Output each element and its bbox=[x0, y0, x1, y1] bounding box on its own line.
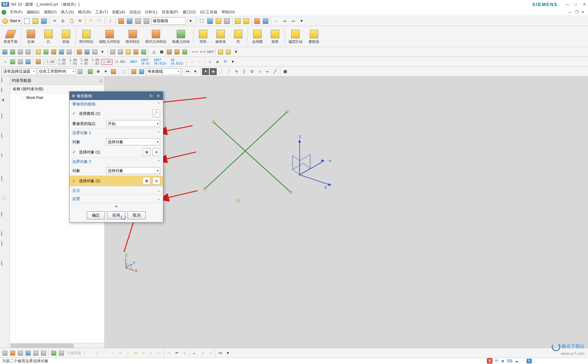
section-curves-header[interactable]: 要修剪的曲线 bbox=[70, 100, 163, 108]
bb-icon[interactable] bbox=[50, 350, 57, 357]
nav-tab-icon[interactable] bbox=[1, 241, 8, 249]
fb-icon[interactable] bbox=[130, 68, 137, 75]
nav-tab-icon[interactable] bbox=[1, 232, 8, 239]
delete-face-button[interactable]: 删除面 bbox=[305, 27, 323, 46]
tb2-icon[interactable] bbox=[66, 48, 73, 55]
render3-icon[interactable] bbox=[223, 17, 231, 25]
nav-tab-icon[interactable] bbox=[1, 212, 8, 219]
section-boundary1-header[interactable]: 边界对象 1 bbox=[70, 129, 163, 137]
menu-info[interactable]: 信息(I) bbox=[127, 9, 143, 15]
start-menu[interactable] bbox=[1, 17, 9, 25]
dim-style[interactable]: 1.00 +.05 bbox=[79, 58, 90, 66]
tb2-icon[interactable] bbox=[125, 48, 132, 55]
fb-icon[interactable]: ▦ bbox=[282, 68, 289, 75]
apply-button[interactable]: 应用 bbox=[107, 211, 125, 219]
bb-icon[interactable]: ✂ bbox=[173, 350, 180, 357]
nav-tab-icon[interactable] bbox=[1, 261, 8, 268]
tool5-icon[interactable] bbox=[143, 17, 150, 25]
dim-style[interactable]: 10H7 (0.015) bbox=[152, 58, 168, 66]
tb2-icon[interactable] bbox=[58, 48, 65, 55]
snap-line-icon[interactable]: ╱ bbox=[225, 68, 232, 75]
tb2-icon[interactable] bbox=[140, 48, 147, 55]
tb2-icon[interactable] bbox=[217, 48, 224, 55]
menu-file[interactable]: 文件(F) bbox=[8, 9, 25, 15]
menu-edit[interactable]: 编辑(E) bbox=[25, 9, 42, 15]
tb2-icon[interactable] bbox=[50, 48, 57, 55]
tool3-icon[interactable] bbox=[126, 17, 133, 25]
layer2-icon[interactable] bbox=[262, 17, 269, 25]
fb-icon[interactable] bbox=[110, 68, 117, 75]
snap-icon[interactable]: ∿ bbox=[233, 68, 240, 75]
snap-line-icon[interactable]: ╱ bbox=[217, 68, 224, 75]
history-tab-icon[interactable]: 🕓 bbox=[1, 196, 8, 203]
tb3-icon[interactable] bbox=[9, 58, 16, 65]
bb-icon[interactable] bbox=[9, 350, 16, 357]
select-object-row-1[interactable]: ✓ 选择对象 (1) ⊕ ⊕ bbox=[70, 147, 163, 157]
filter-combo-1[interactable]: 没有选择过滤器 bbox=[1, 68, 37, 75]
tb2-icon[interactable]: ▾ bbox=[233, 48, 240, 55]
fb-icon[interactable] bbox=[77, 68, 84, 75]
tb3-icon[interactable]: ↘ bbox=[1, 58, 8, 65]
fb-icon[interactable] bbox=[87, 68, 94, 75]
menu-preferences[interactable]: 首选项(P) bbox=[159, 9, 181, 15]
triangle-icon[interactable]: △ bbox=[150, 48, 157, 55]
render2-icon[interactable] bbox=[215, 17, 222, 25]
assy1-icon[interactable] bbox=[234, 17, 242, 25]
dim-style[interactable]: 1.00 -.02 bbox=[90, 58, 101, 66]
snap-icon[interactable]: ◈ bbox=[210, 68, 217, 75]
extrude-button[interactable]: 拉伸 bbox=[22, 27, 40, 46]
dialog-close-icon[interactable]: ✕ bbox=[155, 93, 161, 99]
tb2-icon[interactable] bbox=[109, 48, 116, 55]
dim-style[interactable]: 1.00 bbox=[101, 59, 112, 65]
line-tool-icon[interactable]: ╱ bbox=[93, 350, 100, 357]
rect-tool-icon[interactable]: ▭ bbox=[132, 350, 139, 357]
copy-icon[interactable]: ⎘ bbox=[59, 17, 67, 25]
snap-line-icon[interactable]: ╱ bbox=[272, 68, 279, 75]
dim-style[interactable]: 1.00 bbox=[45, 59, 56, 65]
tb2-icon[interactable]: ▾ bbox=[99, 48, 106, 55]
tb2-icon[interactable] bbox=[76, 48, 83, 55]
tb2-icon[interactable] bbox=[9, 48, 16, 55]
circle-tool-icon[interactable]: ○ bbox=[109, 350, 116, 357]
hole-button[interactable]: 孔 bbox=[40, 27, 57, 46]
shell-button[interactable]: 壳 bbox=[229, 27, 247, 46]
point-tool-icon[interactable]: · bbox=[86, 350, 93, 357]
tb3-icon[interactable] bbox=[35, 58, 42, 65]
snap-circle-icon[interactable]: ○ bbox=[256, 68, 263, 75]
nav-tab-icon[interactable]: ⬗ bbox=[1, 98, 8, 105]
bb-icon[interactable] bbox=[40, 350, 47, 357]
cancel-button[interactable]: 取消 bbox=[128, 211, 146, 219]
bb-icon[interactable] bbox=[25, 350, 32, 357]
rib-button[interactable]: 筋板 bbox=[57, 27, 75, 46]
dim-style[interactable]: 10H7 bbox=[128, 59, 139, 64]
mdi-minimize[interactable]: — bbox=[568, 10, 572, 14]
dim-style[interactable]: 1.00 ±.05 bbox=[57, 58, 67, 66]
dim3-icon[interactable]: ═ bbox=[289, 17, 297, 25]
close-button[interactable]: ✕ bbox=[582, 2, 587, 7]
cut-icon[interactable]: ✂ bbox=[51, 17, 59, 25]
filter-combo-3[interactable]: 单条曲线 bbox=[146, 68, 181, 75]
tb2-icon[interactable] bbox=[225, 48, 232, 55]
bb-icon[interactable]: ▱ bbox=[140, 350, 147, 357]
mirror-geom-button[interactable]: 镜像几何体 bbox=[169, 27, 192, 46]
bb-icon[interactable] bbox=[32, 350, 39, 357]
unite-button[interactable]: 求和 bbox=[194, 27, 212, 46]
menu-tools[interactable]: 工具(T) bbox=[93, 9, 110, 15]
menu-insert[interactable]: 插入(S) bbox=[59, 9, 76, 15]
nav-tab-icon[interactable] bbox=[1, 133, 8, 140]
bb-icon[interactable]: ⟍ bbox=[165, 350, 172, 357]
fb-icon[interactable]: ↦ bbox=[184, 68, 191, 75]
maximize-button[interactable]: □ bbox=[573, 2, 578, 7]
minimize-button[interactable]: — bbox=[565, 2, 570, 7]
edge-blend-button[interactable]: 边倒圆 bbox=[249, 27, 266, 46]
dialog-expand-arrow[interactable]: ▲ bbox=[70, 203, 163, 209]
object-select-2[interactable]: 选择对象 bbox=[106, 167, 160, 174]
nav-tab-icon[interactable] bbox=[1, 78, 8, 85]
menu-window[interactable]: 窗口(O) bbox=[181, 9, 198, 15]
nav-hscroll[interactable] bbox=[10, 343, 104, 348]
mdi-restore[interactable]: ❐ bbox=[575, 10, 579, 14]
picker-icon[interactable]: ⊕ bbox=[143, 177, 150, 185]
tb2-icon[interactable] bbox=[35, 48, 42, 55]
dim-icon[interactable]: ⟷ bbox=[191, 48, 198, 55]
tb3-icon[interactable]: ○ bbox=[206, 58, 213, 65]
